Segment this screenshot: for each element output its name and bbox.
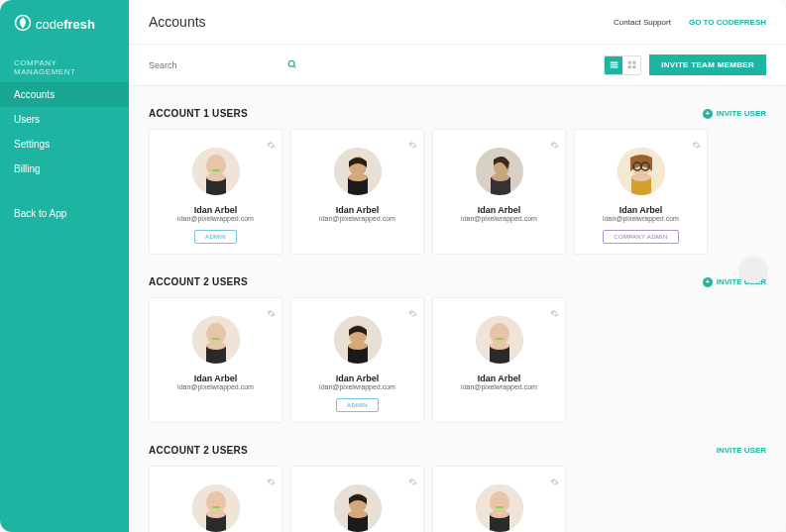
svg-rect-14 <box>212 169 220 171</box>
svg-point-28 <box>631 173 651 181</box>
avatar <box>476 316 523 364</box>
user-name: Idan Arbel <box>336 205 380 215</box>
svg-line-2 <box>293 65 295 67</box>
user-email: idan@pixelwrapped.com <box>177 383 254 390</box>
svg-rect-47 <box>212 506 220 508</box>
user-card <box>290 466 424 532</box>
user-name: Idan Arbel <box>194 373 238 383</box>
avatar <box>334 316 382 364</box>
gear-icon[interactable] <box>408 136 417 154</box>
svg-rect-8 <box>627 65 630 68</box>
section-head: ACCOUNT 2 USERS+INVITE USER <box>149 276 766 287</box>
sidebar-item-users[interactable]: Users <box>0 107 129 132</box>
svg-point-18 <box>348 173 368 181</box>
sidebar: codefresh COMPANY MANAGEMENT AccountsUse… <box>0 0 129 532</box>
svg-point-55 <box>490 510 509 518</box>
user-card: Idan Arbelidan@pixelwrapped.com <box>432 297 566 423</box>
user-cards: Idan Arbelidan@pixelwrapped.comIdan Arbe… <box>149 297 766 423</box>
svg-point-51 <box>348 510 368 518</box>
invite-user-button[interactable]: INVITE USER <box>717 446 766 455</box>
sidebar-section-label: COMPANY MANAGEMENT <box>0 53 129 82</box>
gear-icon[interactable] <box>408 473 417 490</box>
svg-point-1 <box>288 60 294 66</box>
svg-rect-9 <box>632 65 635 68</box>
user-cards: Idan Arbelidan@pixelwrapped.comADMINIdan… <box>149 129 766 255</box>
avatar <box>192 484 240 532</box>
user-cards <box>149 466 766 532</box>
svg-point-41 <box>490 342 509 350</box>
user-email: idan@pixelwrapped.com <box>319 215 395 222</box>
avatar <box>476 148 523 195</box>
floating-action-button[interactable] <box>740 258 766 283</box>
account-section: ACCOUNT 2 USERS+INVITE USERIdan Arbelida… <box>149 276 766 423</box>
view-toggle <box>604 55 641 75</box>
go-to-codefresh-link[interactable]: GO TO CODEFRESH <box>689 18 766 27</box>
user-email: idan@pixelwrapped.com <box>461 215 537 222</box>
search-icon[interactable] <box>287 59 297 71</box>
header-links: Contact Support GO TO CODEFRESH <box>614 18 766 27</box>
svg-rect-42 <box>496 338 504 340</box>
gear-icon[interactable] <box>550 304 559 322</box>
user-card <box>432 466 566 532</box>
user-card: Idan Arbelidan@pixelwrapped.comADMIN <box>149 129 282 255</box>
avatar <box>618 148 665 195</box>
gear-icon[interactable] <box>408 304 417 322</box>
svg-point-11 <box>206 155 226 176</box>
svg-rect-5 <box>610 66 618 68</box>
user-card <box>149 466 282 532</box>
user-card: Idan Arbelidan@pixelwrapped.comADMIN <box>290 297 424 423</box>
search-input[interactable] <box>149 60 287 70</box>
gear-icon[interactable] <box>692 136 701 154</box>
user-card: Idan Arbelidan@pixelwrapped.comCOMPANY A… <box>574 129 708 255</box>
user-name: Idan Arbel <box>336 373 380 383</box>
main: Accounts Contact Support GO TO CODEFRESH <box>129 0 786 532</box>
sidebar-item-billing[interactable]: Billing <box>0 157 129 181</box>
user-email: idan@pixelwrapped.com <box>177 215 254 222</box>
svg-rect-4 <box>610 64 618 66</box>
gear-icon[interactable] <box>267 473 276 490</box>
svg-rect-33 <box>212 338 220 340</box>
sidebar-item-settings[interactable]: Settings <box>0 132 129 157</box>
brand-text-2: fresh <box>63 17 95 32</box>
user-name: Idan Arbel <box>478 205 521 215</box>
invite-user-button[interactable]: +INVITE USER <box>703 109 766 119</box>
section-head: ACCOUNT 2 USERSINVITE USER <box>149 445 766 456</box>
section-head: ACCOUNT 1 USERS+INVITE USER <box>149 108 766 119</box>
svg-point-32 <box>206 342 226 350</box>
brand-logo[interactable]: codefresh <box>0 14 129 53</box>
avatar <box>192 316 240 364</box>
admin-badge: ADMIN <box>336 398 379 412</box>
avatar <box>476 484 523 532</box>
plus-icon: + <box>703 109 713 119</box>
user-email: idan@pixelwrapped.com <box>319 383 395 390</box>
content-scroll[interactable]: ACCOUNT 1 USERS+INVITE USERIdan Arbelida… <box>129 86 786 532</box>
gear-icon[interactable] <box>267 136 276 154</box>
contact-support-link[interactable]: Contact Support <box>614 18 671 27</box>
avatar <box>334 484 382 532</box>
gear-icon[interactable] <box>267 304 276 322</box>
brand-text-1: code <box>36 17 63 32</box>
toolbar-right: INVITE TEAM MEMBER <box>604 54 766 75</box>
svg-point-44 <box>206 491 226 513</box>
section-title: ACCOUNT 1 USERS <box>149 108 248 119</box>
svg-point-22 <box>492 173 509 181</box>
view-grid-button[interactable] <box>622 56 640 74</box>
svg-rect-56 <box>496 506 504 508</box>
header: Accounts Contact Support GO TO CODEFRESH <box>129 0 786 45</box>
gear-icon[interactable] <box>550 136 559 154</box>
plus-icon: + <box>703 277 713 287</box>
invite-team-member-button[interactable]: INVITE TEAM MEMBER <box>649 54 766 75</box>
user-name: Idan Arbel <box>478 373 521 383</box>
user-name: Idan Arbel <box>194 205 238 215</box>
user-card: Idan Arbelidan@pixelwrapped.com <box>290 129 424 255</box>
svg-rect-6 <box>627 61 630 64</box>
invite-user-label: INVITE USER <box>717 446 766 455</box>
view-list-button[interactable] <box>605 56 622 74</box>
sidebar-back-to-app[interactable]: Back to App <box>0 201 129 226</box>
gear-icon[interactable] <box>550 473 559 490</box>
sidebar-item-accounts[interactable]: Accounts <box>0 82 129 107</box>
svg-point-30 <box>206 323 226 345</box>
user-name: Idan Arbel <box>619 205 663 215</box>
user-email: idan@pixelwrapped.com <box>461 383 537 390</box>
toolbar: INVITE TEAM MEMBER <box>129 45 786 86</box>
